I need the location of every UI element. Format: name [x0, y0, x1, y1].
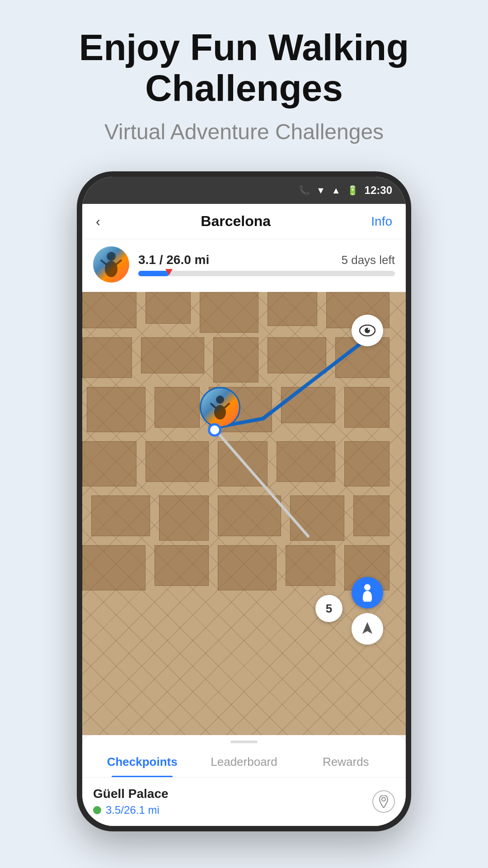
phone-frame: 📞 ▼ ▲ 🔋 12:30 ‹ Barcelona Info	[77, 171, 411, 831]
checkpoint-distance: 3.5/26.1 mi	[93, 804, 169, 816]
svg-line-12	[211, 403, 216, 408]
phone-screen: 📞 ▼ ▲ 🔋 12:30 ‹ Barcelona Info	[82, 177, 406, 826]
wifi-icon: ▼	[316, 185, 325, 196]
progress-bar-fill	[138, 271, 169, 276]
green-dot-icon	[93, 806, 101, 814]
checkpoint-badge: 5	[315, 595, 343, 622]
progress-bar	[138, 271, 395, 276]
svg-line-3	[116, 260, 122, 264]
pin-icon	[378, 795, 389, 808]
map-section: 5	[82, 292, 406, 735]
locate-icon	[360, 621, 375, 637]
person-icon	[360, 584, 375, 602]
svg-point-18	[382, 797, 385, 801]
progress-section: 3.1 / 26.0 mi 5 days left	[82, 239, 406, 292]
avatar	[93, 246, 129, 283]
list-item-info: Güell Palace 3.5/26.1 mi	[93, 787, 169, 816]
map-avatar-pin	[200, 387, 240, 428]
main-title: Enjoy Fun Walking Challenges	[36, 27, 452, 108]
svg-point-0	[107, 252, 116, 261]
checkpoint-name: Güell Palace	[93, 787, 169, 801]
bottom-sheet: Checkpoints Leaderboard Rewards Güell Pa…	[82, 735, 406, 826]
checkpoint-number: 5	[326, 602, 332, 616]
progress-info: 3.1 / 26.0 mi 5 days left	[138, 253, 395, 276]
distance-text: 3.1 / 26.0 mi	[138, 253, 209, 267]
tab-leaderboard[interactable]: Leaderboard	[193, 747, 295, 777]
locate-button[interactable]	[352, 613, 383, 645]
sub-title: Virtual Adventure Challenges	[36, 119, 452, 144]
progress-row: 3.1 / 26.0 mi 5 days left	[138, 253, 395, 267]
list-item: Güell Palace 3.5/26.1 mi	[82, 778, 406, 826]
route-svg	[82, 292, 406, 735]
signal-icon: ▲	[332, 185, 341, 196]
eye-icon	[359, 325, 375, 336]
page-title: Barcelona	[201, 213, 271, 230]
app-header: ‹ Barcelona Info	[82, 204, 406, 239]
back-button[interactable]: ‹	[96, 214, 100, 229]
days-left: 5 days left	[341, 253, 395, 267]
handle-bar	[230, 741, 258, 743]
pin-avatar-silhouette-icon	[210, 395, 230, 420]
svg-line-13	[225, 403, 230, 408]
tabs-row: Checkpoints Leaderboard Rewards	[82, 747, 406, 778]
svg-line-6	[213, 428, 308, 536]
svg-point-9	[368, 328, 370, 330]
tab-rewards[interactable]: Rewards	[295, 747, 397, 777]
eye-button[interactable]	[352, 315, 383, 346]
svg-line-2	[101, 260, 106, 264]
svg-point-10	[216, 396, 224, 404]
progress-marker-icon	[165, 269, 173, 275]
sheet-handle	[82, 735, 406, 743]
phone-icon: 📞	[299, 185, 310, 196]
svg-point-1	[105, 261, 117, 277]
tab-checkpoints[interactable]: Checkpoints	[91, 747, 193, 777]
location-icon	[372, 790, 395, 813]
person-button[interactable]	[352, 577, 383, 609]
battery-icon: 🔋	[347, 185, 358, 196]
status-bar: 📞 ▼ ▲ 🔋 12:30	[82, 177, 406, 204]
info-button[interactable]: Info	[371, 214, 392, 229]
status-time: 12:30	[365, 184, 392, 197]
avatar-silhouette-icon	[100, 251, 122, 278]
svg-point-14	[364, 584, 371, 590]
header-section: Enjoy Fun Walking Challenges Virtual Adv…	[0, 27, 488, 144]
